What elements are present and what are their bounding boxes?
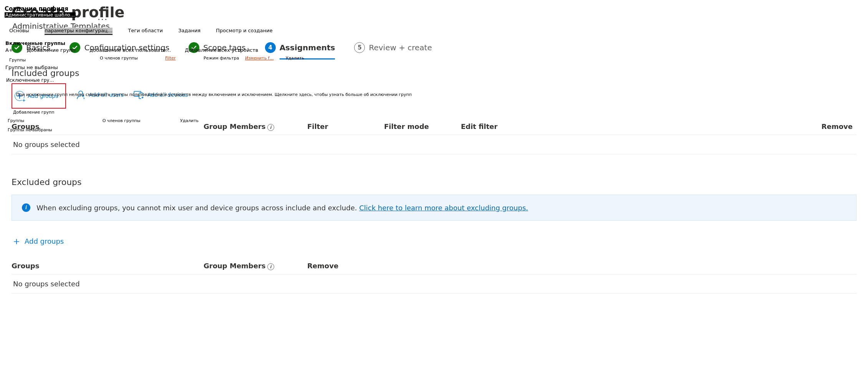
overlay-substeps-ru: О членов группы	[100, 56, 145, 61]
overlay-no-groups-selected-ru: Группы не выбраны	[5, 64, 58, 70]
overlay-substeps-ru: Изменить f…	[245, 56, 281, 61]
overlay-create-profile-ru: Создание профиля	[5, 5, 68, 12]
info-icon[interactable]: i	[267, 124, 274, 131]
overlay-no-groups-selected-ru-2: Группы не выбраны	[8, 127, 52, 132]
col-members[interactable]: Group Membersi	[204, 262, 307, 270]
overlay-groups-label-ru: Группы	[9, 58, 26, 63]
overlay-columns-ru: Группы О членов группы Удалить	[8, 118, 199, 123]
step-label: Review + create	[369, 43, 432, 52]
col-edit-filter[interactable]: Edit filter	[461, 122, 542, 131]
overlay-add-groups-ru: Добавление групп	[13, 110, 54, 115]
step-review-create[interactable]: 5 Review + create	[354, 42, 432, 53]
excluded-groups-heading: Excluded groups	[12, 177, 856, 187]
overlay-substeps-ru: Удалить	[286, 56, 311, 61]
exclude-info-text: When excluding groups, you cannot mix us…	[36, 204, 528, 212]
excluded-add-groups-button[interactable]: ＋ Add groups	[12, 235, 856, 248]
included-groups-heading: Included groups	[12, 68, 856, 78]
col-members[interactable]: Group Membersi	[204, 122, 307, 131]
overlay-substeps-ru: Filter	[165, 56, 182, 61]
included-groups-table: Groups Group Membersi Filter Filter mode…	[12, 119, 856, 154]
exclude-info-banner: i When excluding groups, you cannot mix …	[12, 195, 856, 221]
col-groups[interactable]: Groups	[12, 262, 204, 270]
excluded-add-groups-label: Add groups	[25, 237, 64, 245]
excluded-groups-table: Groups Group Membersi Remove No groups s…	[12, 258, 856, 294]
overlay-tabs-ru: Основы параметры конфигурац… Теги област…	[9, 28, 287, 33]
col-remove[interactable]: Remove	[307, 262, 856, 270]
overlay-admin-templates-ru: Административные шабло…	[5, 12, 76, 18]
overlay-exclude-note-ru: При исключении групп нельзя смешивать гр…	[16, 92, 412, 97]
col-remove[interactable]: Remove	[542, 122, 856, 131]
step-assignments[interactable]: 4 Assignments	[265, 42, 335, 53]
included-empty-text: No groups selected	[12, 135, 856, 154]
info-icon: i	[22, 203, 30, 212]
excluded-empty-text: No groups selected	[12, 274, 856, 293]
overlay-excluded-groups-ru: Исключенные гру…	[6, 78, 54, 83]
col-filter-mode[interactable]: Filter mode	[384, 122, 461, 131]
page-title: Create profile	[12, 4, 856, 21]
more-button[interactable]: ···	[98, 15, 108, 24]
plus-icon: ＋	[12, 235, 22, 248]
overlay-included-groups-ru: Включенные группы	[5, 40, 65, 46]
overlay-substeps-ru: Режим фильтра	[204, 56, 246, 61]
exclude-info-link[interactable]: Click here to learn more about excluding…	[359, 204, 528, 212]
step-number-icon: 5	[354, 42, 365, 53]
info-icon[interactable]: i	[267, 263, 274, 270]
col-filter[interactable]: Filter	[307, 122, 384, 131]
overlay-actions-ru: A+ Добавление групп добавление всех поль…	[5, 47, 270, 53]
